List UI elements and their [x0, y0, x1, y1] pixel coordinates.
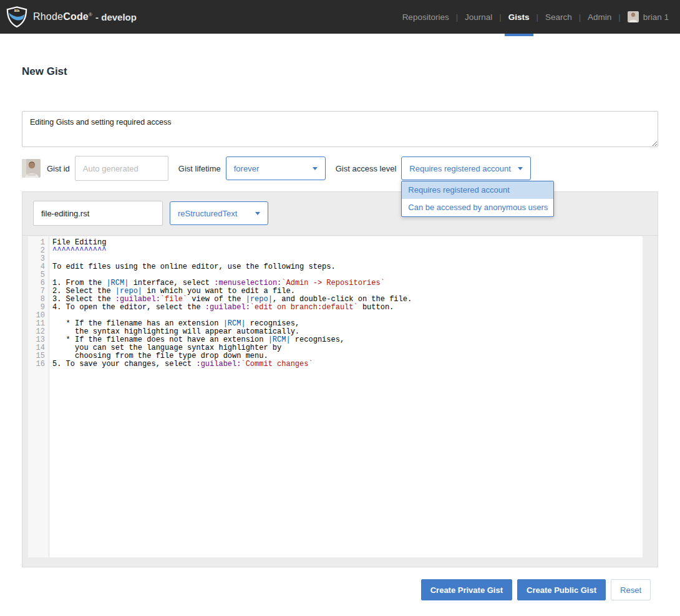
editor-gutter: 12345678910111213141516 — [28, 236, 49, 557]
action-buttons-row: Create Private Gist Create Public Gist R… — [22, 579, 658, 600]
nav-user-menu[interactable]: brian 1 — [621, 0, 670, 34]
top-navbar: Rh RhodeCode® - develop Repositories|Jou… — [0, 0, 680, 34]
gist-language-selected-value: reStructuredText — [178, 209, 237, 218]
gist-file-row: reStructuredText — [28, 201, 652, 226]
brand-suffix: - develop — [95, 12, 137, 22]
chevron-down-icon — [255, 212, 260, 215]
editor-code[interactable]: File Editing^^^^^^^^^^^^ To edit files u… — [49, 236, 643, 557]
gist-filename-input[interactable] — [33, 201, 163, 226]
create-private-gist-button[interactable]: Create Private Gist — [421, 579, 512, 600]
gist-id-label: Gist id — [47, 164, 70, 173]
reset-button[interactable]: Reset — [611, 579, 651, 600]
chevron-down-icon — [313, 167, 318, 170]
nav-item-gists[interactable]: Gists — [502, 0, 537, 34]
create-public-gist-button[interactable]: Create Public Gist — [517, 579, 606, 600]
code-line: File Editing — [52, 239, 643, 247]
gist-access-level-dropdown-menu: Requires registered accountCan be access… — [401, 181, 554, 217]
dropdown-option[interactable]: Requires registered account — [402, 181, 553, 199]
brand-wordmark: RhodeCode® — [33, 11, 92, 22]
rhodecode-logo-icon: Rh — [6, 6, 27, 27]
user-avatar-small — [628, 11, 639, 22]
gist-access-level-label: Gist access level — [336, 164, 397, 173]
gist-id-input[interactable] — [75, 156, 168, 181]
gist-file-panel: reStructuredText 12345678910111213141516… — [22, 191, 658, 567]
code-line: 5. To save your changes, select :guilabe… — [52, 360, 643, 368]
gist-meta-row: Gist id Gist lifetime forever Gist acces… — [22, 156, 658, 181]
nav-item-search[interactable]: Search — [538, 0, 579, 34]
gist-lifetime-select[interactable]: forever — [226, 156, 326, 180]
top-navigation: Repositories|Journal|Gists|Search|Admin|… — [396, 0, 670, 34]
user-avatar — [22, 159, 41, 178]
code-line: ^^^^^^^^^^^^ — [52, 247, 643, 255]
dropdown-option[interactable]: Can be accessed by anonymous users — [402, 199, 553, 216]
svg-text:Rh: Rh — [14, 8, 20, 12]
main-content: New Gist Editing Gists and setting requi… — [0, 65, 680, 600]
nav-item-admin[interactable]: Admin — [581, 0, 618, 34]
line-number: 16 — [28, 360, 45, 368]
nav-item-repositories[interactable]: Repositories — [396, 0, 456, 34]
code-line: 4. To open the editor, select the :guila… — [52, 304, 643, 312]
gist-lifetime-label: Gist lifetime — [178, 164, 221, 173]
nav-username: brian 1 — [643, 12, 669, 22]
panel-divider — [22, 235, 658, 236]
code-editor[interactable]: 12345678910111213141516 File Editing^^^^… — [28, 236, 643, 557]
gist-access-level-select[interactable]: Requires registered account — [401, 156, 531, 180]
brand[interactable]: Rh RhodeCode® - develop — [6, 6, 137, 27]
gist-access-level-selected-value: Requires registered account — [409, 164, 511, 173]
code-line: To edit files using the online editor, u… — [52, 263, 643, 271]
gist-lifetime-selected-value: forever — [234, 164, 259, 173]
nav-item-journal[interactable]: Journal — [458, 0, 499, 34]
gist-language-select[interactable]: reStructuredText — [170, 201, 268, 225]
gist-description-textarea[interactable]: Editing Gists and setting required acces… — [22, 111, 658, 147]
chevron-down-icon — [518, 167, 523, 170]
page-title: New Gist — [22, 65, 658, 78]
gist-access-level-wrapper: Requires registered account Requires reg… — [401, 156, 531, 180]
